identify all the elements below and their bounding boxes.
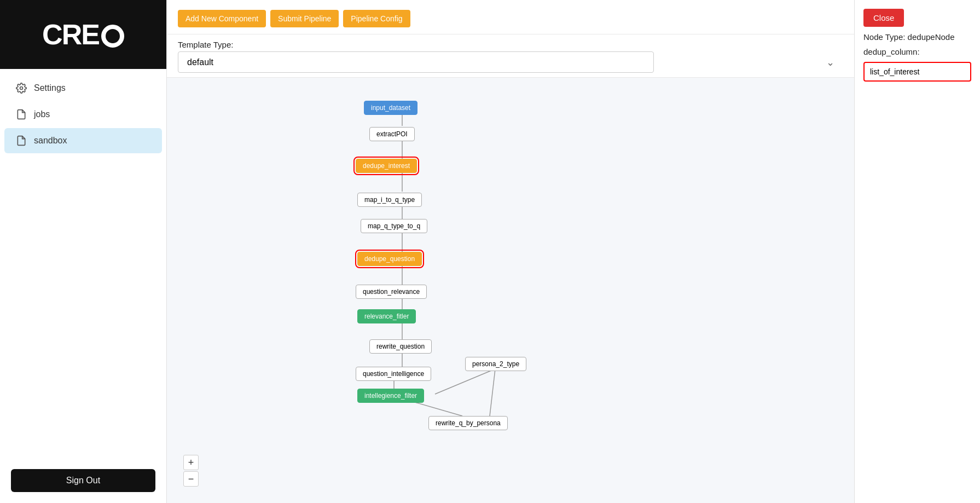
node-relevance-fitler[interactable]: relevance_fitler xyxy=(357,309,416,323)
dedup-column-input[interactable] xyxy=(863,62,971,82)
graph-svg xyxy=(167,78,854,503)
node-intellegience-filter[interactable]: intellegience_filter xyxy=(357,389,424,403)
sign-out-button[interactable]: Sign Out xyxy=(11,469,155,492)
node-question-intelligence[interactable]: question_intelligence xyxy=(356,367,431,381)
node-dedupe-interest[interactable]: dedupe_interest xyxy=(356,159,417,173)
template-row: Template Type: default custom advanced ⌄ xyxy=(167,34,854,78)
node-extractpoi[interactable]: extractPOI xyxy=(369,127,415,141)
canvas-area[interactable]: input_dataset extractPOI dedupe_interest… xyxy=(167,78,854,503)
template-type-label: Template Type: xyxy=(178,40,843,49)
sidebar: CRE Settings jobs xyxy=(0,0,167,503)
node-persona-2-type[interactable]: persona_2_type xyxy=(465,357,526,371)
close-button[interactable]: Close xyxy=(863,9,904,27)
sidebar-item-jobs[interactable]: jobs xyxy=(4,102,162,127)
pipeline-graph: input_dataset extractPOI dedupe_interest… xyxy=(167,78,854,503)
add-new-component-button[interactable]: Add New Component xyxy=(178,10,266,27)
sandbox-icon xyxy=(15,135,27,147)
main-content: Add New Component Submit Pipeline Pipeli… xyxy=(167,0,854,503)
nav-items: Settings jobs sandbox xyxy=(0,69,166,458)
sidebar-item-sandbox[interactable]: sandbox xyxy=(4,128,162,153)
svg-line-12 xyxy=(413,402,462,416)
svg-line-13 xyxy=(490,369,495,416)
dedup-column-label: dedup_column: xyxy=(863,47,971,56)
zoom-in-button[interactable]: + xyxy=(183,455,199,470)
zoom-out-button[interactable]: − xyxy=(183,471,199,487)
sidebar-item-settings[interactable]: Settings xyxy=(4,76,162,101)
node-rewrite-question[interactable]: rewrite_question xyxy=(369,339,432,354)
logo: CRE xyxy=(42,18,124,51)
chevron-down-icon: ⌄ xyxy=(826,56,834,68)
node-input-dataset[interactable]: input_dataset xyxy=(364,101,417,115)
template-select-wrapper: default custom advanced ⌄ xyxy=(178,51,843,73)
sidebar-item-settings-label: Settings xyxy=(34,83,66,93)
node-question-relevance[interactable]: question_relevance xyxy=(356,285,427,299)
sign-out-area: Sign Out xyxy=(0,458,166,503)
right-panel: Close Node Type: dedupeNode dedup_column… xyxy=(854,0,980,503)
node-dedupe-question[interactable]: dedupe_question xyxy=(357,252,422,266)
settings-icon xyxy=(15,82,27,94)
jobs-icon xyxy=(15,108,27,120)
node-map-q-type-to-q[interactable]: map_q_type_to_q xyxy=(361,219,427,233)
svg-line-11 xyxy=(435,369,495,394)
template-type-select[interactable]: default custom advanced xyxy=(178,51,654,73)
node-rewrite-q-by-persona[interactable]: rewrite_q_by_persona xyxy=(428,416,508,430)
logo-area: CRE xyxy=(0,0,166,69)
logo-o-icon xyxy=(101,25,124,48)
sidebar-item-jobs-label: jobs xyxy=(34,109,50,119)
svg-point-0 xyxy=(20,87,23,90)
zoom-controls: + − xyxy=(183,455,199,487)
sidebar-item-sandbox-label: sandbox xyxy=(34,136,67,146)
submit-pipeline-button[interactable]: Submit Pipeline xyxy=(270,10,339,27)
node-type-label: Node Type: dedupeNode xyxy=(863,32,971,42)
pipeline-config-button[interactable]: Pipeline Config xyxy=(343,10,410,27)
toolbar: Add New Component Submit Pipeline Pipeli… xyxy=(167,0,854,34)
node-map-i-to-q-type[interactable]: map_i_to_q_type xyxy=(357,193,422,207)
